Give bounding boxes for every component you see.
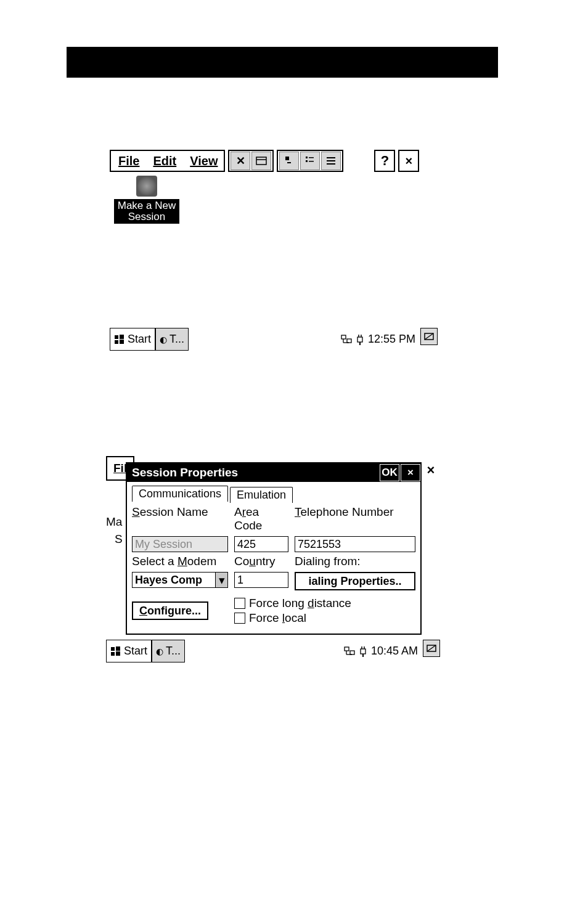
large-icons-icon[interactable]	[279, 152, 299, 170]
start-label: Start	[124, 645, 147, 658]
small-icons-icon[interactable]	[300, 152, 320, 170]
svg-rect-0	[256, 157, 266, 165]
terminal-icon: ◐	[156, 647, 163, 656]
svg-rect-27	[111, 652, 115, 656]
configure-button[interactable]: Configure...	[132, 601, 208, 620]
svg-rect-2	[285, 157, 289, 160]
check-force-long-distance-label: Force long distance	[249, 597, 351, 610]
svg-line-38	[427, 645, 436, 651]
start-button[interactable]: Start	[106, 640, 152, 662]
details-icon[interactable]	[321, 152, 341, 170]
help-button[interactable]: ?	[374, 150, 395, 172]
svg-rect-33	[361, 649, 365, 654]
delete-icon[interactable]: ✕	[231, 152, 250, 170]
tray-desktop-icon[interactable]	[423, 640, 440, 657]
tray-network-icon[interactable]	[344, 646, 355, 657]
dialing-properties-button[interactable]: ialing Properties..	[295, 572, 415, 590]
label-country: Country	[234, 555, 288, 568]
check-force-long-distance[interactable]: Force long distance	[234, 597, 415, 610]
label-telephone-number: Telephone Number	[295, 505, 415, 519]
area-code-field[interactable]	[234, 536, 288, 552]
svg-rect-25	[111, 647, 115, 651]
screenshot-session-properties: Fil Ma S × Session Properties OK × Commu…	[106, 456, 440, 662]
page-header-bar	[67, 47, 498, 78]
make-new-session-label: Make a NewSession	[114, 199, 179, 224]
toolbar-group-1: ✕	[228, 150, 274, 172]
window-top-row: File Edit View ✕	[110, 150, 438, 172]
task-label: T...	[169, 333, 184, 346]
task-label: T...	[166, 645, 181, 658]
svg-rect-28	[116, 651, 120, 656]
menu-edit[interactable]: Edit	[153, 154, 176, 168]
svg-rect-30	[350, 651, 354, 654]
telephone-number-field[interactable]	[295, 536, 415, 552]
svg-rect-12	[120, 335, 124, 339]
background-label-s: S	[115, 532, 123, 546]
svg-rect-19	[357, 337, 362, 342]
svg-rect-5	[309, 157, 314, 158]
start-button[interactable]: Start	[110, 328, 155, 351]
label-dialing-from: Dialing from:	[295, 555, 415, 568]
toolbar-group-2	[277, 150, 343, 172]
tray-clock: 10:45 AM	[371, 645, 418, 658]
tray-clock: 12:55 PM	[368, 333, 415, 346]
menu-file[interactable]: File	[118, 154, 139, 168]
svg-rect-11	[115, 335, 118, 339]
background-label-ma: Ma	[106, 515, 122, 529]
tray-network-icon[interactable]	[341, 334, 352, 345]
svg-rect-16	[347, 339, 351, 343]
svg-rect-7	[309, 161, 314, 162]
terminal-icon: ◐	[160, 335, 167, 344]
make-new-session-icon[interactable]: Make a NewSession	[112, 176, 181, 224]
svg-rect-29	[345, 647, 349, 651]
tray-plug-icon[interactable]	[359, 646, 367, 657]
screenshot-terminal-sessions: File Edit View ✕	[110, 150, 438, 351]
country-field[interactable]	[234, 572, 288, 588]
svg-rect-4	[306, 157, 308, 158]
tab-communications[interactable]: Communications	[132, 486, 228, 502]
menu-view[interactable]: View	[190, 154, 218, 168]
globe-icon	[136, 176, 157, 197]
system-tray: 10:45 AM	[339, 640, 423, 662]
select-modem-value[interactable]	[132, 572, 215, 588]
tab-emulation[interactable]: Emulation	[230, 487, 293, 503]
tray-plug-icon[interactable]	[356, 334, 364, 345]
session-name-field[interactable]	[132, 536, 228, 552]
label-select-modem: Select a Modem	[132, 555, 228, 568]
svg-rect-14	[120, 340, 124, 344]
svg-rect-26	[116, 646, 120, 651]
taskbar-task-terminal[interactable]: ◐ T...	[152, 640, 185, 662]
select-modem-combo[interactable]: ▾	[132, 572, 228, 588]
check-force-local-label: Force local	[249, 611, 306, 625]
svg-rect-3	[287, 162, 291, 163]
svg-line-24	[425, 333, 433, 340]
dialog-close-button[interactable]: ×	[401, 464, 420, 481]
label-session-name: Session Name	[132, 505, 228, 519]
checkbox-icon	[234, 613, 245, 624]
svg-rect-13	[115, 340, 118, 344]
check-force-local[interactable]: Force local	[234, 611, 415, 625]
svg-rect-6	[306, 160, 308, 162]
background-close-button[interactable]: ×	[422, 461, 440, 479]
menubar: File Edit View	[110, 150, 225, 172]
dialog-ok-button[interactable]: OK	[380, 464, 399, 481]
checkbox-icon	[234, 598, 245, 609]
label-area-code: Area Code	[234, 505, 288, 532]
close-button[interactable]: ×	[398, 150, 419, 172]
taskbar-task-terminal[interactable]: ◐ T...	[155, 328, 189, 351]
windows-logo-icon	[114, 334, 125, 345]
tray-desktop-icon[interactable]	[420, 328, 438, 345]
taskbar: Start ◐ T... 10:45 AM	[106, 640, 440, 662]
start-label: Start	[128, 333, 151, 346]
chevron-down-icon[interactable]: ▾	[215, 572, 228, 588]
session-properties-dialog: Session Properties OK × Communications E…	[126, 462, 422, 635]
dialog-body: Communications Emulation Session Name Ar…	[127, 482, 420, 634]
dialog-titlebar: Session Properties OK ×	[127, 463, 420, 482]
system-tray: 12:55 PM	[336, 328, 420, 351]
properties-icon[interactable]	[251, 152, 271, 170]
dialog-tabs: Communications Emulation	[132, 486, 415, 502]
svg-rect-15	[341, 335, 346, 339]
taskbar: Start ◐ T... 12:55 PM	[110, 328, 438, 351]
dialog-title-text: Session Properties	[132, 466, 238, 479]
windows-logo-icon	[110, 646, 121, 657]
